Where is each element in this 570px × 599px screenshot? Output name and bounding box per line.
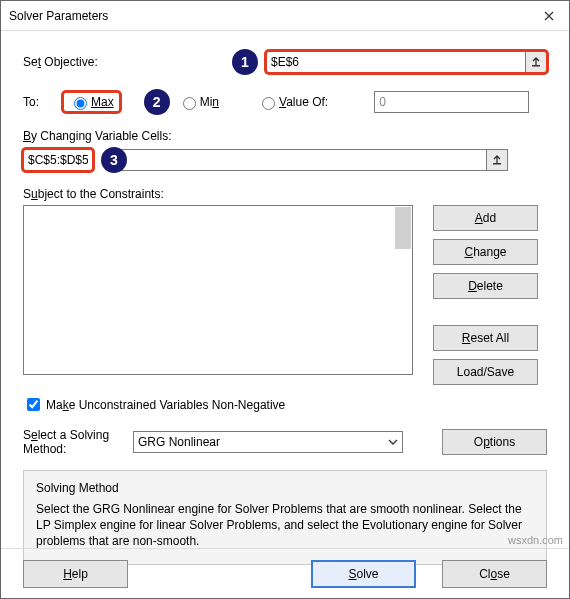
- valueof-radio-input[interactable]: [262, 97, 275, 110]
- set-objective-row: Set Objective: 1: [23, 49, 547, 75]
- desc-title: Solving Method: [36, 481, 534, 495]
- valueof-radio-label: Value Of:: [279, 95, 328, 109]
- svg-rect-1: [493, 163, 501, 165]
- solver-parameters-dialog: Solver Parameters Set Objective: 1 To:: [0, 0, 570, 599]
- svg-rect-0: [532, 65, 540, 67]
- help-button[interactable]: Help: [23, 560, 128, 588]
- valueof-input: [374, 91, 529, 113]
- constraint-buttons: Add Change Delete Reset All Load/Save: [433, 205, 538, 385]
- constraints-label: Subject to the Constraints:: [23, 187, 547, 201]
- min-radio[interactable]: Min: [178, 94, 219, 110]
- method-selected: GRG Nonlinear: [138, 435, 220, 449]
- annotation-badge-2: 2: [144, 89, 170, 115]
- titlebar: Solver Parameters: [1, 1, 569, 31]
- load-save-button[interactable]: Load/Save: [433, 359, 538, 385]
- changing-label: By Changing Variable Cells:: [23, 129, 547, 143]
- min-radio-input[interactable]: [183, 97, 196, 110]
- objective-input[interactable]: [266, 51, 526, 73]
- min-radio-label: Min: [200, 95, 219, 109]
- delete-button[interactable]: Delete: [433, 273, 538, 299]
- to-label: To:: [23, 95, 63, 109]
- changing-cells-input[interactable]: [119, 149, 487, 171]
- annotation-badge-1: 1: [232, 49, 258, 75]
- constraints-listbox[interactable]: [23, 205, 413, 375]
- annotation-badge-3: 3: [101, 147, 127, 173]
- chevron-down-icon: [388, 437, 398, 447]
- unconstrained-label: Make Unconstrained Variables Non-Negativ…: [46, 398, 285, 412]
- dialog-content: Set Objective: 1 To: Max 2 Min: [1, 31, 569, 575]
- watermark: wsxdn.com: [508, 534, 563, 546]
- set-objective-label: Set Objective:: [23, 55, 113, 69]
- close-button[interactable]: [529, 1, 569, 31]
- dialog-footer: Help Solve Close: [1, 548, 569, 598]
- change-button[interactable]: Change: [433, 239, 538, 265]
- scrollbar-thumb[interactable]: [395, 207, 411, 249]
- changing-row: 3: [23, 147, 547, 173]
- add-button[interactable]: Add: [433, 205, 538, 231]
- window-title: Solver Parameters: [9, 9, 529, 23]
- max-radio-input[interactable]: [74, 97, 87, 110]
- objective-ref-button[interactable]: [525, 51, 547, 73]
- options-button[interactable]: Options: [442, 429, 547, 455]
- method-row: Select a SolvingMethod: GRG Nonlinear Op…: [23, 428, 547, 456]
- unconstrained-checkbox-input[interactable]: [27, 398, 40, 411]
- valueof-radio[interactable]: Value Of:: [257, 94, 328, 110]
- reset-all-button[interactable]: Reset All: [433, 325, 538, 351]
- desc-body: Select the GRG Nonlinear engine for Solv…: [36, 501, 534, 550]
- collapse-icon: [491, 154, 503, 166]
- unconstrained-checkbox[interactable]: Make Unconstrained Variables Non-Negativ…: [23, 395, 547, 414]
- method-label: Select a SolvingMethod:: [23, 428, 133, 456]
- changing-cells-input-hl[interactable]: [23, 149, 93, 171]
- max-radio-label: Max: [91, 95, 114, 109]
- close-icon: [544, 11, 554, 21]
- solve-button[interactable]: Solve: [311, 560, 416, 588]
- changing-ref-button[interactable]: [486, 149, 508, 171]
- collapse-icon: [530, 56, 542, 68]
- max-radio[interactable]: Max: [63, 92, 120, 112]
- close-footer-button[interactable]: Close: [442, 560, 547, 588]
- method-select[interactable]: GRG Nonlinear: [133, 431, 403, 453]
- to-row: To: Max 2 Min Value Of:: [23, 89, 547, 115]
